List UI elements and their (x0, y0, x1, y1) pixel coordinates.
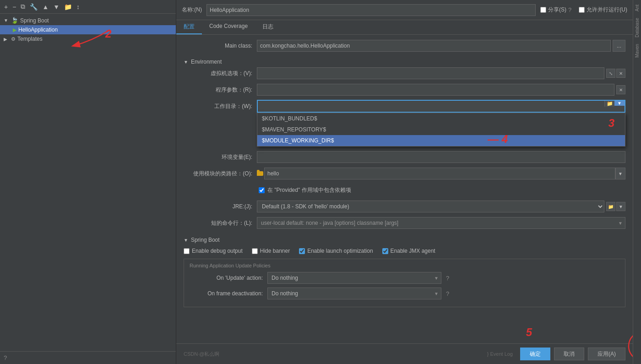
jmx-item: Enable JMX agent (382, 248, 435, 254)
parallel-checkbox[interactable] (579, 7, 585, 13)
apply-button[interactable]: 应用(A) (588, 348, 625, 360)
bottom-label: CSDN·@私么啊 (184, 351, 219, 358)
hide-banner-checkbox[interactable] (252, 248, 258, 254)
tree-label-springboot: Spring Boot (20, 17, 49, 24)
tree-label-helloapplication: HelloApplication (18, 27, 58, 33)
vm-options-input[interactable] (257, 67, 604, 79)
workdir-folder-button[interactable]: 📁 (604, 101, 614, 107)
springboot-collapse-arrow[interactable]: ▼ (184, 238, 188, 243)
help-icon[interactable]: ? (4, 354, 7, 361)
up-icon[interactable]: ▲ (41, 2, 50, 11)
springboot-section-header: ▼ Spring Boot (184, 234, 625, 245)
frame-deactivation-select[interactable]: Do nothing Update classes and resources … (267, 288, 441, 299)
right-panel-database[interactable]: Database (634, 15, 641, 40)
vm-options-expand: ⤡ ✕ (606, 69, 625, 78)
program-args-input[interactable] (257, 84, 614, 96)
tab-log[interactable]: 日志 (255, 20, 281, 34)
remove-icon[interactable]: − (11, 2, 17, 11)
right-panel-ant[interactable]: Ant (634, 2, 641, 14)
sidebar-bottom: ? (0, 351, 176, 364)
down-icon[interactable]: ▼ (52, 2, 61, 11)
springboot-checkboxes: Enable debug output Hide banner Enable l… (184, 245, 625, 257)
classpath-select[interactable]: hello (264, 168, 615, 179)
vm-expand-icon[interactable]: ⤡ (606, 69, 615, 78)
update-select-wrap: Do nothing Update classes and resources … (267, 272, 441, 284)
frame-select-wrap: Do nothing Update classes and resources … (267, 288, 441, 299)
main-content: 名称:(N) 分享(S) ? 允许并行运行(U) 配置 Code Coverag… (176, 0, 633, 364)
environment-collapse-arrow[interactable]: ▼ (184, 60, 188, 65)
environment-section: ▼ Environment (184, 56, 625, 67)
sidebar: + − ⧉ 🔧 ▲ ▼ 📁 ↕ ▼ 🍃 Spring Boot ▶ HelloA… (0, 0, 176, 364)
env-vars-input[interactable] (257, 151, 625, 163)
sort-icon[interactable]: ↕ (75, 2, 81, 11)
program-args-control: ✕ (257, 84, 625, 96)
dropdown-item-maven[interactable]: $MAVEN_REPOSITORY$ (257, 124, 625, 135)
launch-opt-checkbox[interactable] (299, 248, 305, 254)
jre-folder-button[interactable]: 📁 (606, 202, 615, 211)
update-help-icon[interactable]: ? (446, 275, 449, 282)
run-icon: ▶ (13, 27, 16, 33)
workdir-dropdown-button[interactable]: ▼ (614, 101, 625, 106)
jre-dropdown-button[interactable]: ▼ (616, 202, 625, 211)
update-action-select[interactable]: Do nothing Update classes and resources … (267, 272, 441, 284)
dropdown-item-module[interactable]: $MODULE_WORKING_DIR$ (257, 135, 625, 146)
shortcmd-select[interactable]: user-local default: none - java [options… (257, 217, 625, 229)
template-arrow: ▶ (4, 37, 9, 42)
main-class-browse-button[interactable]: ... (613, 40, 625, 52)
env-vars-label: 环境变量(E): (184, 153, 257, 161)
jre-select-wrap: Default (1.8 - SDK of 'hello' module) (257, 201, 604, 212)
provided-checkbox[interactable] (259, 187, 265, 193)
jre-select[interactable]: Default (1.8 - SDK of 'hello' module) (257, 201, 604, 212)
workdir-input[interactable] (258, 101, 604, 112)
classpath-folder-icon (257, 171, 263, 176)
tab-coverage[interactable]: Code Coverage (202, 20, 255, 34)
workdir-dropdown-menu: $KOTLIN_BUNDLED$ $MAVEN_REPOSITORY$ $MOD… (257, 113, 625, 147)
name-input[interactable] (206, 4, 536, 16)
vm-collapse-icon[interactable]: ✕ (616, 69, 625, 78)
classpath-dropdown-arrow[interactable]: ▼ (615, 168, 625, 179)
vm-options-row: 虚拟机选项：(V): ⤡ ✕ (184, 67, 625, 80)
add-icon[interactable]: + (3, 2, 9, 11)
tree-item-templates[interactable]: ▶ ⚙ Templates (0, 34, 176, 43)
share-help-icon[interactable]: ? (568, 6, 571, 13)
folder-icon[interactable]: 📁 (63, 2, 73, 11)
dropdown-item-kotlin[interactable]: $KOTLIN_BUNDLED$ (257, 113, 625, 124)
hide-banner-label: Hide banner (260, 248, 290, 254)
main-class-row: Main class: ... (184, 39, 625, 52)
toolbar: + − ⧉ 🔧 ▲ ▼ 📁 ↕ (0, 0, 176, 14)
main-class-input[interactable] (257, 40, 611, 52)
form-area: Main class: ... ▼ Environment 虚拟机选项：(V):… (176, 35, 633, 343)
template-icon: ⚙ (11, 36, 16, 42)
classpath-control: hello ▼ (257, 168, 625, 179)
tree-item-springboot[interactable]: ▼ 🍃 Spring Boot (0, 16, 176, 25)
environment-label: Environment (191, 59, 222, 65)
cancel-button[interactable]: 取消 (554, 348, 584, 360)
provided-row: 在 "Provided" 作用域中包含依赖项 (184, 184, 625, 196)
shortcmd-select-wrap: user-local default: none - java [options… (257, 217, 625, 229)
event-log-label: } Event Log (487, 351, 516, 357)
confirm-button[interactable]: 确定 (520, 348, 550, 360)
springboot-section: ▼ Spring Boot Enable debug output Hide b… (184, 234, 625, 257)
classpath-row: 使用模块的类路径：(O): hello ▼ (184, 167, 625, 180)
springboot-label: Spring Boot (191, 237, 220, 243)
debug-output-checkbox[interactable] (184, 248, 190, 254)
jmx-checkbox[interactable] (382, 248, 388, 254)
shortcmd-label: 短的命令行：(L): (184, 219, 257, 227)
shortcmd-control: user-local default: none - java [options… (257, 217, 625, 229)
frame-policy-row: On frame deactivation: Do nothing Update… (190, 288, 619, 299)
provided-label: 在 "Provided" 作用域中包含依赖项 (267, 186, 351, 194)
workdir-input-wrap: 📁 ▼ (257, 100, 625, 113)
share-checkbox[interactable] (540, 7, 546, 13)
tree-item-helloapplication[interactable]: ▶ HelloApplication (0, 25, 176, 34)
share-checkbox-item: 分享(S) ? (540, 6, 571, 14)
workdir-label: 工作目录：(W): (184, 103, 257, 110)
jre-label: JRE:(J): (184, 203, 257, 210)
frame-help-icon[interactable]: ? (446, 290, 449, 297)
right-panel-maven[interactable]: Maven (634, 41, 641, 60)
policies-title: Running Application Update Policies (190, 263, 619, 268)
settings-icon[interactable]: 🔧 (28, 2, 39, 11)
parallel-label: 允许并行运行(U) (587, 6, 627, 14)
tab-config[interactable]: 配置 (176, 20, 202, 34)
program-args-expand-icon[interactable]: ✕ (616, 85, 625, 94)
copy-icon[interactable]: ⧉ (19, 2, 27, 11)
